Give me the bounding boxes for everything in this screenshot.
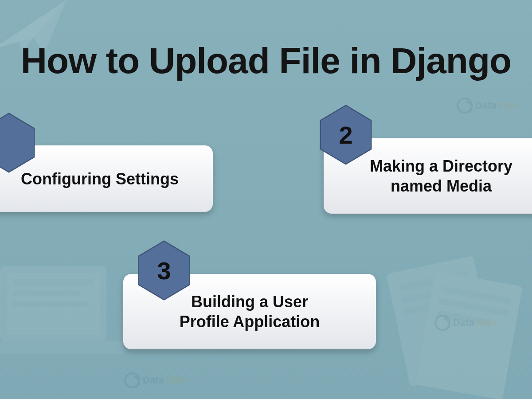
step-number: 2 — [339, 121, 352, 149]
svg-rect-3 — [13, 279, 93, 286]
laptop-icon — [0, 253, 142, 399]
step-label: Building a User Profile Application — [180, 292, 320, 332]
watermark-logo: DataFlair — [434, 315, 497, 331]
svg-rect-5 — [13, 301, 89, 307]
svg-marker-14 — [0, 113, 34, 172]
page-title: How to Upload File in Django — [0, 40, 532, 82]
watermark-logo: DataFlair — [457, 98, 519, 113]
svg-rect-2 — [0, 341, 124, 354]
step-label: Making a Directorynamed Media — [370, 156, 512, 196]
step-badge-2: 2 — [318, 104, 373, 166]
watermark-logo: DataFlair — [124, 372, 186, 388]
step-badge-3: 3 — [137, 239, 192, 301]
step-number: 3 — [157, 256, 171, 285]
svg-rect-4 — [13, 290, 80, 296]
step-badge-1: 1 — [0, 112, 36, 174]
step-label: Configuring Settings — [21, 169, 179, 189]
